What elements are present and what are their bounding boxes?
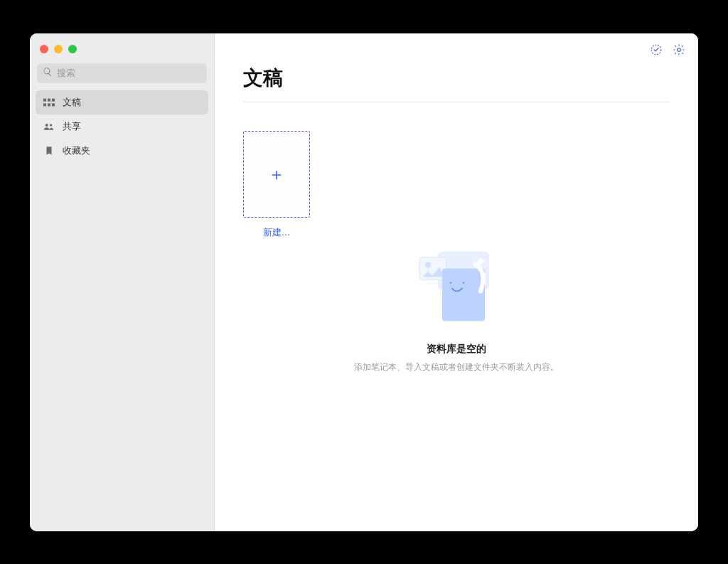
svg-rect-0 [43,98,46,101]
app-window: 文稿 共享 收藏夹 文 [30,33,698,531]
sidebar-item-label: 文稿 [63,96,81,109]
main-panel: 文稿 ＋ 新建… [215,33,698,531]
content-area: ＋ 新建… [215,102,698,531]
sidebar-item-documents[interactable]: 文稿 [36,90,208,115]
search-box[interactable] [37,63,207,83]
sidebar-item-favorites[interactable]: 收藏夹 [36,139,208,163]
search-container [30,63,214,90]
bookmark-icon [43,146,55,156]
sidebar-nav: 文稿 共享 收藏夹 [30,90,214,163]
svg-point-9 [678,48,681,51]
sync-status-icon[interactable] [650,43,663,56]
sidebar-item-shared[interactable]: 共享 [36,115,208,139]
minimize-window-button[interactable] [54,45,63,53]
maximize-window-button[interactable] [68,45,77,53]
page-title: 文稿 [243,65,670,92]
window-controls [30,41,214,63]
new-document-tile[interactable]: ＋ 新建… [243,131,670,239]
plus-icon: ＋ [268,166,285,183]
sidebar-item-label: 收藏夹 [63,144,90,157]
page-header: 文稿 [243,56,670,102]
svg-point-12 [425,262,431,267]
svg-point-6 [46,124,48,127]
svg-point-14 [450,282,451,283]
svg-rect-4 [48,103,50,106]
search-icon [43,67,53,80]
empty-illustration [407,243,506,328]
svg-point-7 [50,124,52,126]
svg-rect-5 [52,103,55,106]
empty-title: 资料库是空的 [427,342,486,355]
new-card-label: 新建… [243,226,310,239]
svg-rect-1 [48,98,50,101]
svg-rect-3 [43,103,46,106]
svg-rect-2 [52,98,55,101]
settings-icon[interactable] [673,43,685,56]
people-icon [43,122,55,132]
sidebar: 文稿 共享 收藏夹 [30,33,215,531]
close-window-button[interactable] [40,45,48,53]
grid-icon [43,97,55,107]
new-card[interactable]: ＋ [243,131,310,218]
empty-state: 资料库是空的 添加笔记本、导入文稿或者创建文件夹不断装入内容。 [314,243,599,373]
svg-point-15 [463,282,464,283]
empty-subtitle: 添加笔记本、导入文稿或者创建文件夹不断装入内容。 [354,361,559,373]
search-input[interactable] [57,68,201,78]
svg-rect-13 [442,268,485,321]
sidebar-item-label: 共享 [63,120,81,133]
topbar [215,33,698,56]
